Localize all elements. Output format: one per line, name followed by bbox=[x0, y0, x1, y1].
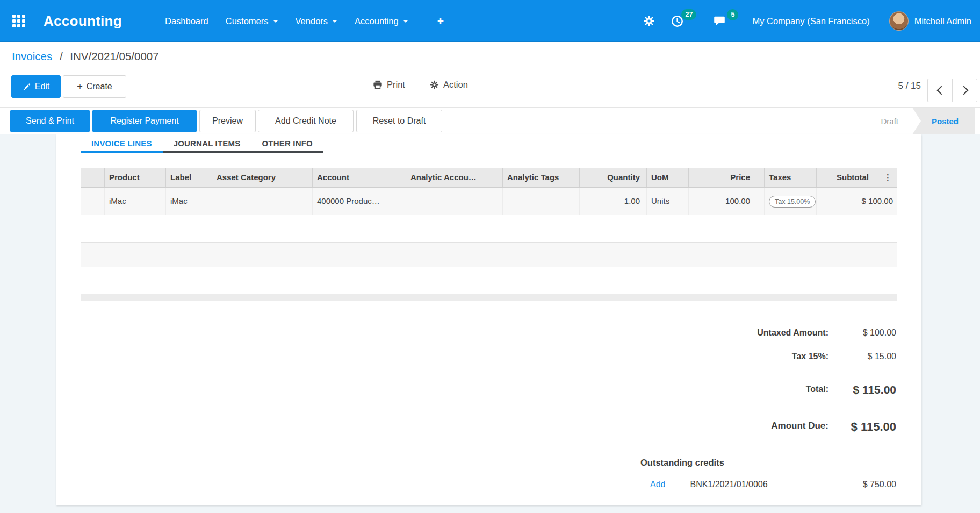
statusbar: Send & Print Register Payment Preview Ad… bbox=[0, 107, 980, 134]
cell-account: 400000 Produc… bbox=[313, 188, 406, 215]
chevron-down-icon bbox=[332, 20, 337, 23]
edit-button-label: Edit bbox=[35, 82, 50, 91]
print-button[interactable]: Print bbox=[373, 80, 405, 90]
status-step-draft[interactable]: Draft bbox=[867, 108, 912, 134]
cell-price: 100.00 bbox=[689, 188, 765, 215]
control-panel: Invoices / INV/2021/05/0007 Edit + Creat… bbox=[0, 42, 980, 107]
total-value: $ 115.00 bbox=[828, 379, 896, 396]
column-taxes[interactable]: Taxes bbox=[765, 168, 817, 187]
chevron-down-icon bbox=[403, 20, 408, 23]
pager-previous-button[interactable] bbox=[927, 79, 952, 102]
table-row[interactable]: iMac iMac 400000 Produc… 1.00 Units 100.… bbox=[81, 188, 897, 215]
print-button-label: Print bbox=[387, 80, 405, 90]
cell-analytic-account bbox=[406, 188, 503, 215]
cell-handle bbox=[81, 188, 105, 215]
invoice-form-sheet: INVOICE LINES JOURNAL ITEMS OTHER INFO P… bbox=[56, 134, 921, 505]
column-handle bbox=[81, 168, 105, 187]
amount-due-label: Amount Due: bbox=[540, 421, 828, 434]
action-button[interactable]: Action bbox=[430, 80, 468, 90]
messages-count-badge: 5 bbox=[727, 9, 738, 20]
tab-other-info[interactable]: OTHER INFO bbox=[251, 134, 323, 153]
table-scrollbar-strip bbox=[81, 294, 897, 301]
untaxed-amount-row: Untaxed Amount: $ 100.00 bbox=[540, 328, 896, 338]
column-uom[interactable]: UoM bbox=[647, 168, 689, 187]
column-price[interactable]: Price bbox=[689, 168, 765, 187]
user-menu[interactable]: Mitchell Admin bbox=[914, 16, 971, 26]
empty-row-stripe bbox=[81, 242, 897, 267]
menu-vendors-label: Vendors bbox=[296, 16, 328, 26]
cell-asset-category bbox=[212, 188, 313, 215]
chevron-right-icon bbox=[959, 86, 968, 95]
user-avatar[interactable] bbox=[889, 11, 909, 31]
outstanding-credits-title: Outstanding credits bbox=[640, 458, 724, 468]
tab-invoice-lines[interactable]: INVOICE LINES bbox=[81, 134, 163, 153]
status-steps: Draft Posted bbox=[867, 108, 975, 134]
menu-customers[interactable]: Customers bbox=[217, 16, 287, 26]
menu-customers-label: Customers bbox=[226, 16, 269, 26]
tax-row: Tax 15%: $ 15.00 bbox=[540, 352, 896, 361]
notebook-tabs: INVOICE LINES JOURNAL ITEMS OTHER INFO bbox=[81, 134, 323, 153]
menu-vendors[interactable]: Vendors bbox=[287, 16, 347, 26]
tax-value: $ 15.00 bbox=[828, 352, 896, 361]
column-account[interactable]: Account bbox=[313, 168, 406, 187]
cell-label: iMac bbox=[166, 188, 212, 215]
cell-product: iMac bbox=[105, 188, 166, 215]
odoo-accounting-screen: Accounting Dashboard Customers Vendors A… bbox=[0, 0, 980, 513]
apps-grid-icon[interactable] bbox=[12, 15, 25, 27]
column-product[interactable]: Product bbox=[105, 168, 166, 187]
menu-accounting[interactable]: Accounting bbox=[346, 16, 417, 26]
column-analytic-tags[interactable]: Analytic Tags bbox=[503, 168, 580, 187]
cell-analytic-tags bbox=[503, 188, 580, 215]
printer-icon bbox=[373, 80, 383, 89]
status-step-posted[interactable]: Posted bbox=[912, 108, 975, 134]
column-quantity[interactable]: Quantity bbox=[580, 168, 647, 187]
optional-columns-icon[interactable]: ⋮ bbox=[884, 168, 892, 187]
outstanding-reference: BNK1/2021/01/0006 bbox=[690, 480, 767, 489]
reset-to-draft-button[interactable]: Reset to Draft bbox=[356, 110, 442, 132]
preview-button[interactable]: Preview bbox=[199, 110, 256, 132]
column-label[interactable]: Label bbox=[166, 168, 212, 187]
breadcrumb-current: INV/2021/05/0007 bbox=[70, 50, 158, 62]
create-button-label: Create bbox=[87, 82, 112, 91]
create-button[interactable]: + Create bbox=[63, 75, 126, 98]
pager bbox=[927, 79, 977, 102]
company-switcher[interactable]: My Company (San Francisco) bbox=[752, 16, 869, 26]
chevron-down-icon bbox=[273, 20, 278, 23]
register-payment-button[interactable]: Register Payment bbox=[92, 110, 197, 132]
send-print-button[interactable]: Send & Print bbox=[10, 110, 90, 132]
tax-badge: Tax 15.00% bbox=[769, 196, 816, 208]
plus-icon: + bbox=[77, 82, 83, 91]
gear-icon bbox=[643, 15, 655, 27]
outstanding-add-link[interactable]: Add bbox=[650, 480, 665, 489]
edit-button[interactable]: Edit bbox=[11, 75, 61, 98]
amount-due-value: $ 115.00 bbox=[828, 415, 896, 434]
cell-quantity: 1.00 bbox=[580, 188, 647, 215]
cell-taxes: Tax 15.00% bbox=[765, 188, 817, 215]
breadcrumb-invoices-link[interactable]: Invoices bbox=[12, 50, 52, 62]
outstanding-credit-row: Add BNK1/2021/01/0006 $ 750.00 bbox=[640, 480, 896, 489]
menu-plus[interactable]: + bbox=[431, 15, 450, 27]
breadcrumb-separator: / bbox=[60, 50, 63, 62]
app-name[interactable]: Accounting bbox=[44, 13, 122, 30]
menu-dashboard[interactable]: Dashboard bbox=[156, 16, 217, 26]
total-label: Total: bbox=[540, 384, 828, 396]
gear-icon bbox=[430, 80, 439, 89]
pager-counter[interactable]: 5 / 15 bbox=[885, 81, 921, 91]
activities-clock-icon[interactable]: 27 bbox=[671, 15, 683, 27]
menu-dashboard-label: Dashboard bbox=[165, 16, 208, 26]
cell-subtotal: $ 100.00 bbox=[817, 188, 897, 215]
add-credit-note-button[interactable]: Add Credit Note bbox=[258, 110, 354, 132]
chevron-left-icon bbox=[936, 86, 946, 95]
messages-chat-icon[interactable]: 5 bbox=[714, 15, 725, 27]
menu-accounting-label: Accounting bbox=[355, 16, 399, 26]
settings-gears-icon[interactable] bbox=[643, 15, 655, 27]
untaxed-amount-value: $ 100.00 bbox=[828, 328, 896, 338]
total-row: Total: $ 115.00 bbox=[540, 379, 896, 396]
tab-journal-items[interactable]: JOURNAL ITEMS bbox=[163, 134, 251, 153]
breadcrumb: Invoices / INV/2021/05/0007 bbox=[12, 50, 159, 63]
column-asset-category[interactable]: Asset Category bbox=[212, 168, 313, 187]
pager-next-button[interactable] bbox=[952, 79, 977, 102]
main-menu: Dashboard Customers Vendors Accounting + bbox=[156, 15, 450, 27]
column-analytic-account[interactable]: Analytic Accou… bbox=[406, 168, 503, 187]
top-navbar: Accounting Dashboard Customers Vendors A… bbox=[0, 0, 980, 42]
